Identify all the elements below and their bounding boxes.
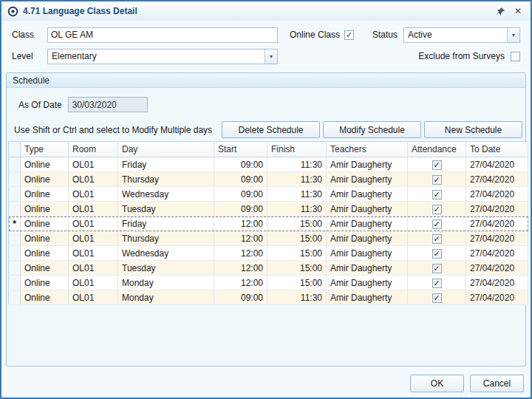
row-marker (9, 187, 21, 202)
cell-attendance: ✓ (408, 157, 466, 172)
column-header-type[interactable]: Type (21, 142, 69, 157)
chevron-down-icon[interactable]: ▼ (507, 28, 519, 42)
cell-room: OL01 (69, 261, 118, 276)
cell-attendance: ✓ (408, 246, 466, 261)
as-of-date-value: 30/03/2020 (72, 100, 117, 110)
cell-to-date: 27/04/2020 (466, 290, 528, 305)
table-row[interactable]: OnlineOL01Wednesday09:0011:30Amir Daughe… (9, 187, 528, 202)
attendance-checkbox[interactable]: ✓ (432, 219, 442, 229)
check-icon: ✓ (346, 31, 352, 39)
table-row[interactable]: OnlineOL01Tuesday12:0015:00Amir Daughert… (9, 261, 528, 276)
schedule-group-body: As Of Date 30/03/2020 Use Shift or Ctrl … (7, 88, 525, 366)
new-schedule-button[interactable]: New Schedule (424, 121, 522, 138)
cell-attendance: ✓ (408, 276, 466, 290)
cell-room: OL01 (69, 202, 118, 216)
cell-type: Online (21, 261, 69, 276)
close-icon[interactable]: ✕ (511, 4, 525, 18)
column-header-day[interactable]: Day (118, 142, 214, 157)
chevron-down-icon[interactable]: ▼ (265, 50, 277, 64)
class-input[interactable] (47, 27, 278, 43)
cell-teachers: Amir Daugherty (327, 261, 408, 276)
table-row[interactable]: OnlineOL01Friday09:0011:30Amir Daugherty… (9, 157, 528, 172)
column-header-finish[interactable]: Finish (267, 142, 327, 157)
as-of-date-field[interactable]: 30/03/2020 (68, 97, 148, 112)
attendance-checkbox[interactable]: ✓ (432, 279, 442, 288)
cell-type: Online (21, 276, 69, 290)
table-header-row: Type Room Day Start Finish Teachers Atte… (9, 142, 528, 157)
cell-finish: 11:30 (267, 172, 327, 187)
modify-schedule-button[interactable]: Modify Schedule (323, 121, 421, 138)
row-marker (9, 261, 21, 276)
status-dropdown[interactable]: Active ▼ (403, 27, 520, 43)
delete-schedule-button[interactable]: Delete Schedule (222, 121, 320, 138)
table-row[interactable]: OnlineOL01Monday09:0011:30Amir Daugherty… (9, 290, 528, 305)
cell-type: Online (21, 290, 69, 305)
cell-type: Online (21, 216, 69, 231)
cell-finish: 11:30 (267, 202, 327, 216)
column-header-room[interactable]: Room (69, 142, 118, 157)
cell-type: Online (21, 157, 69, 172)
cell-room: OL01 (69, 172, 118, 187)
level-dropdown[interactable]: Elementary ▼ (47, 49, 278, 64)
table-row[interactable]: OnlineOL01Thursday09:0011:30Amir Daugher… (9, 172, 528, 187)
schedule-toolbar: Use Shift or Ctrl and select to Modify M… (14, 121, 522, 138)
table-row[interactable]: OnlineOL01Thursday12:0015:00Amir Daugher… (9, 231, 528, 246)
cell-room: OL01 (69, 290, 118, 305)
table-row[interactable]: OnlineOL01Wednesday12:0015:00Amir Daughe… (9, 246, 528, 261)
cell-day: Monday (118, 290, 214, 305)
cell-attendance: ✓ (408, 172, 466, 187)
cell-start: 12:00 (214, 231, 267, 246)
cell-teachers: Amir Daugherty (327, 172, 408, 187)
column-header-teachers[interactable]: Teachers (327, 142, 408, 157)
attendance-checkbox[interactable]: ✓ (432, 264, 442, 273)
attendance-checkbox[interactable]: ✓ (432, 234, 442, 244)
form-row-1: Class Online Class ✓ Status Active ▼ (12, 26, 520, 44)
table-row[interactable]: OnlineOL01Tuesday09:0011:30Amir Daughert… (9, 202, 528, 216)
attendance-checkbox[interactable]: ✓ (432, 160, 442, 170)
online-class-checkbox[interactable]: ✓ (344, 30, 354, 40)
cell-to-date: 27/04/2020 (466, 187, 528, 202)
cell-start: 12:00 (214, 216, 267, 231)
cell-finish: 15:00 (267, 216, 327, 231)
cell-teachers: Amir Daugherty (327, 187, 408, 202)
table-row[interactable]: OnlineOL01Monday12:0015:00Amir Daugherty… (9, 276, 528, 290)
cell-type: Online (21, 172, 69, 187)
cell-teachers: Amir Daugherty (327, 290, 408, 305)
attendance-checkbox[interactable]: ✓ (432, 190, 442, 200)
ok-button[interactable]: OK (410, 375, 464, 392)
attendance-checkbox[interactable]: ✓ (432, 175, 442, 185)
cell-day: Wednesday (118, 187, 214, 202)
cell-teachers: Amir Daugherty (327, 276, 408, 290)
cell-room: OL01 (69, 216, 118, 231)
column-header-start[interactable]: Start (214, 142, 267, 157)
cell-finish: 15:00 (267, 246, 327, 261)
cell-start: 09:00 (214, 187, 267, 202)
cell-teachers: Amir Daugherty (327, 202, 408, 216)
attendance-checkbox[interactable]: ✓ (432, 249, 442, 259)
table-row[interactable]: *OnlineOL01Friday12:0015:00Amir Daughert… (9, 216, 528, 231)
column-header-to-date[interactable]: To Date (466, 142, 528, 157)
cell-room: OL01 (69, 231, 118, 246)
schedule-group-title: Schedule (13, 75, 50, 86)
cell-day: Thursday (118, 231, 214, 246)
pin-icon[interactable] (494, 4, 507, 18)
cell-start: 09:00 (214, 202, 267, 216)
cell-day: Tuesday (118, 261, 214, 276)
row-marker (9, 246, 21, 261)
status-value: Active (404, 30, 507, 40)
cell-to-date: 27/04/2020 (466, 276, 528, 290)
cell-day: Thursday (118, 172, 214, 187)
attendance-checkbox[interactable]: ✓ (432, 293, 442, 303)
row-marker (9, 202, 21, 216)
attendance-checkbox[interactable]: ✓ (432, 205, 442, 214)
schedule-table: Type Room Day Start Finish Teachers Atte… (8, 141, 528, 305)
cancel-button[interactable]: Cancel (470, 375, 524, 392)
cell-day: Tuesday (118, 202, 214, 216)
exclude-from-surveys-checkbox[interactable] (511, 52, 520, 61)
cell-to-date: 27/04/2020 (466, 157, 528, 172)
column-header-attendance[interactable]: Attendance (408, 142, 466, 157)
dialog-language-class-detail: 4.71 Language Class Detail ✕ Class Onlin… (0, 0, 532, 399)
class-label: Class (12, 30, 47, 40)
row-marker (9, 290, 21, 305)
row-marker (9, 231, 21, 246)
